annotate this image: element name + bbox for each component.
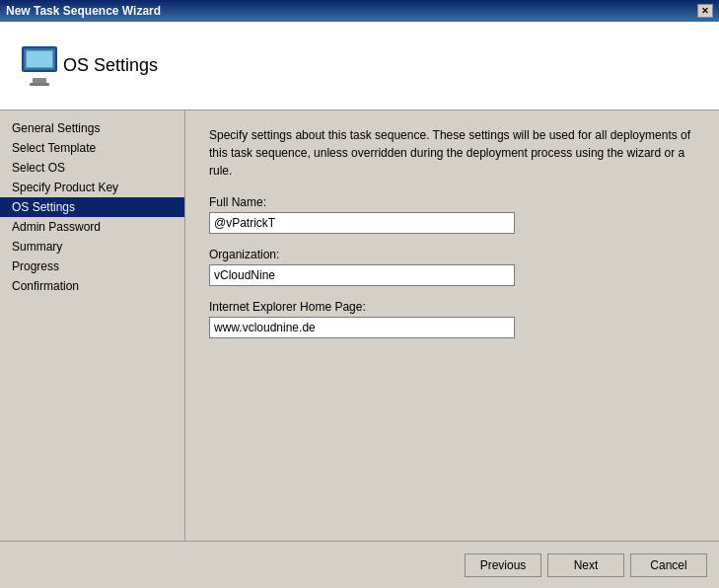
sidebar-item-select-os[interactable]: Select OS [0,158,184,178]
sidebar: General Settings Select Template Select … [0,110,185,541]
organization-label: Organization: [209,248,695,261]
ie-homepage-label: Internet Explorer Home Page: [209,300,695,314]
previous-button[interactable]: Previous [465,553,541,577]
dialog: OS Settings General Settings Select Temp… [0,22,719,588]
sidebar-item-os-settings[interactable]: OS Settings [0,197,184,217]
dialog-header: OS Settings [0,22,719,110]
content-description: Specify settings about this task sequenc… [209,126,695,180]
title-bar: New Task Sequence Wizard ✕ [0,0,719,22]
next-button[interactable]: Next [547,553,624,577]
dialog-footer: Previous Next Cancel [0,541,719,588]
sidebar-item-confirmation[interactable]: Confirmation [0,276,184,296]
header-icon [16,42,63,90]
title-bar-text: New Task Sequence Wizard [6,4,161,18]
sidebar-item-specify-product-key[interactable]: Specify Product Key [0,178,184,197]
sidebar-item-progress[interactable]: Progress [0,257,184,276]
sidebar-item-select-template[interactable]: Select Template [0,138,184,158]
sidebar-item-admin-password[interactable]: Admin Password [0,217,184,237]
full-name-label: Full Name: [209,195,695,209]
organization-input[interactable] [209,264,515,286]
full-name-group: Full Name: [209,195,695,234]
title-bar-buttons: ✕ [697,4,713,18]
ie-homepage-group: Internet Explorer Home Page: [209,300,695,338]
organization-group: Organization: [209,248,695,286]
close-button[interactable]: ✕ [697,4,713,18]
page-title: OS Settings [63,55,158,76]
content-area: Specify settings about this task sequenc… [185,110,719,541]
cancel-button[interactable]: Cancel [630,553,707,577]
sidebar-item-general-settings[interactable]: General Settings [0,118,184,138]
full-name-input[interactable] [209,212,515,234]
sidebar-item-summary[interactable]: Summary [0,237,184,257]
ie-homepage-input[interactable] [209,317,515,338]
dialog-body: General Settings Select Template Select … [0,110,719,541]
